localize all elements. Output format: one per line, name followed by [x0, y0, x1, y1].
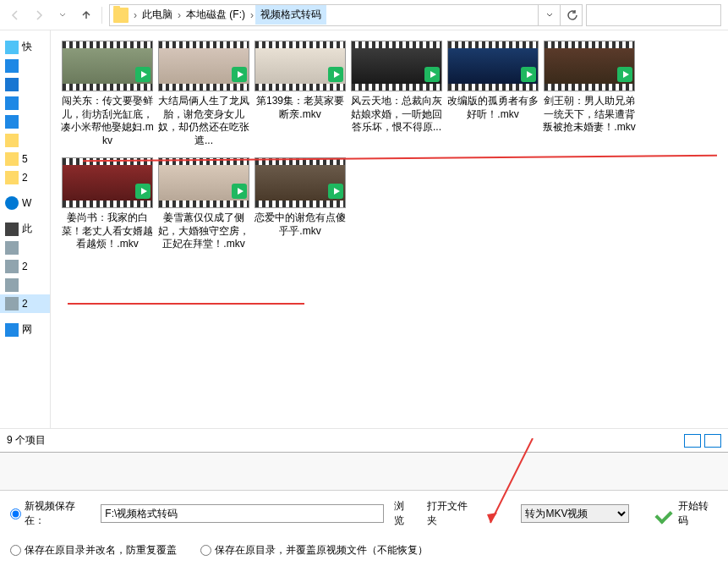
network-icon: [5, 323, 19, 337]
save-rename-radio[interactable]: 保存在原目录并改名，防重复覆盖: [10, 543, 177, 558]
play-icon: [424, 67, 440, 82]
sidebar-item[interactable]: 2: [0, 168, 50, 187]
video-thumbnail: [62, 41, 153, 91]
drive-icon: [5, 260, 19, 273]
sidebar-label: 2: [22, 261, 28, 272]
video-thumbnail: [255, 41, 346, 91]
file-item[interactable]: 风云天地：总裁向灰姑娘求婚，一听她回答乐坏，恨不得原...: [350, 41, 443, 147]
crumb-drive[interactable]: 本地磁盘 (F:): [183, 8, 249, 22]
browse-button[interactable]: 浏览: [391, 497, 418, 530]
save-location-radio[interactable]: 新视频保存在：: [10, 499, 94, 528]
view-details-button[interactable]: [684, 434, 701, 448]
desktop-icon: [5, 59, 19, 73]
sidebar-pc[interactable]: 此: [0, 219, 50, 239]
video-thumbnail: [158, 41, 249, 91]
breadcrumb: › 此电脑 › 本地磁盘 (F:) › 视频格式转码: [132, 5, 538, 25]
file-name: 姜尚书：我家的白菜！老丈人看女婿越看越烦！.mkv: [61, 212, 154, 251]
video-thumbnail: [447, 41, 539, 91]
sidebar-item[interactable]: [0, 75, 50, 94]
play-icon: [328, 67, 343, 82]
folder-icon: [5, 171, 19, 184]
file-item[interactable]: 恋爱中的谢危有点傻乎乎.mkv: [254, 157, 347, 251]
play-icon: [617, 67, 632, 82]
start-label: 开始转码: [678, 499, 718, 528]
view-icons-button[interactable]: [704, 434, 721, 448]
file-item[interactable]: 闯关东：传文要娶鲜儿，街坊刮光缸底，凑小米帮他娶媳妇.mkv: [61, 41, 154, 147]
sidebar-label: 5: [22, 153, 28, 165]
file-item[interactable]: 大结局俩人生了龙凤胎，谢危变身女儿奴，却仍然还在吃张遮...: [157, 41, 250, 147]
crumb-pc[interactable]: 此电脑: [139, 8, 176, 22]
recent-dropdown[interactable]: [52, 5, 73, 25]
format-select[interactable]: 转为MKV视频: [521, 504, 629, 523]
toolbar: › 此电脑 › 本地磁盘 (F:) › 视频格式转码: [0, 0, 728, 30]
video-thumbnail: [255, 157, 346, 208]
sidebar: 快 5 2 W 此 2 2 网: [0, 30, 51, 428]
sidebar-item[interactable]: [0, 239, 50, 257]
radio-label-text: 保存在原目录，并覆盖原视频文件（不能恢复）: [215, 543, 428, 558]
download-icon: [5, 78, 19, 91]
search-input[interactable]: [586, 4, 721, 26]
folder-icon: [5, 134, 19, 147]
start-convert-button[interactable]: 开始转码: [653, 499, 718, 528]
file-item[interactable]: 改编版的孤勇者有多好听！.mkv: [446, 41, 539, 147]
back-button[interactable]: [5, 5, 25, 25]
play-icon: [232, 184, 247, 199]
doc-icon: [5, 96, 19, 110]
radio-input[interactable]: [10, 508, 21, 519]
address-bar[interactable]: › 此电脑 › 本地磁盘 (F:) › 视频格式转码: [109, 4, 583, 26]
file-name: 大结局俩人生了龙凤胎，谢危变身女儿奴，却仍然还在吃张遮...: [157, 95, 250, 147]
video-thumbnail: [351, 41, 442, 91]
radio-label-text: 新视频保存在：: [25, 499, 94, 528]
path-input[interactable]: [101, 504, 384, 523]
file-name: 恋爱中的谢危有点傻乎乎.mkv: [254, 212, 347, 238]
sidebar-item[interactable]: [0, 113, 50, 131]
file-name: 姜雪蕙仅仅成了侧妃，大婚独守空房，正妃在拜堂！.mkv: [157, 212, 250, 251]
sidebar-label: 2: [22, 172, 28, 184]
sidebar-item[interactable]: 2: [0, 257, 50, 276]
sidebar-item[interactable]: [0, 276, 50, 294]
status-bar: 9 个项目: [0, 428, 728, 452]
file-view[interactable]: 闯关东：传文要娶鲜儿，街坊刮光缸底，凑小米帮他娶媳妇.mkv 大结局俩人生了龙凤…: [51, 30, 728, 428]
sidebar-wps[interactable]: W: [0, 194, 50, 212]
drive-icon: [5, 297, 19, 310]
picture-icon: [5, 115, 19, 129]
address-dropdown[interactable]: [538, 5, 560, 25]
radio-input[interactable]: [10, 545, 21, 556]
sidebar-net[interactable]: 网: [0, 320, 50, 339]
file-item[interactable]: 姜雪蕙仅仅成了侧妃，大婚独守空房，正妃在拜堂！.mkv: [157, 157, 250, 251]
refresh-button[interactable]: [560, 5, 582, 25]
radio-input[interactable]: [200, 545, 211, 556]
file-name: 闯关东：传文要娶鲜儿，街坊刮光缸底，凑小米帮他娶媳妇.mkv: [61, 95, 154, 147]
folder-icon: [113, 8, 129, 23]
forward-button[interactable]: [29, 5, 49, 25]
crumb-folder[interactable]: 视频格式转码: [255, 5, 326, 25]
chevron-right-icon: ›: [176, 9, 183, 21]
file-name: 风云天地：总裁向灰姑娘求婚，一听她回答乐坏，恨不得原...: [350, 95, 443, 135]
sidebar-item[interactable]: 5: [0, 150, 50, 168]
file-item[interactable]: 剑王朝：男人助兄弟一统天下，结果遭背叛被抢未婚妻！.mkv: [543, 41, 636, 147]
video-thumbnail: [544, 41, 635, 91]
sidebar-item[interactable]: [0, 94, 50, 113]
star-icon: [5, 41, 19, 54]
check-icon: [653, 503, 673, 524]
up-button[interactable]: [76, 5, 96, 25]
open-folder-button[interactable]: 打开文件夹: [424, 497, 480, 530]
pc-icon: [5, 223, 19, 236]
play-icon: [521, 67, 536, 82]
video-thumbnail: [158, 157, 249, 208]
play-icon: [135, 184, 151, 199]
save-overwrite-radio[interactable]: 保存在原目录，并覆盖原视频文件（不能恢复）: [200, 543, 428, 558]
sidebar-label: 此: [22, 222, 32, 236]
converter-panel: 新视频保存在： 浏览 打开文件夹 转为MKV视频 开始转码 保存在原目录并改名，…: [0, 452, 728, 566]
sidebar-item[interactable]: [0, 131, 50, 150]
play-icon: [232, 67, 247, 82]
file-item[interactable]: 第139集：老莫家要断亲.mkv: [254, 41, 347, 147]
radio-label-text: 保存在原目录并改名，防重复覆盖: [25, 543, 177, 558]
file-item[interactable]: 姜尚书：我家的白菜！老丈人看女婿越看越烦！.mkv: [61, 157, 154, 251]
sidebar-quick[interactable]: 快: [0, 37, 50, 57]
play-icon: [328, 184, 343, 199]
sidebar-label: 快: [22, 40, 32, 54]
video-thumbnail: [62, 157, 153, 208]
sidebar-item[interactable]: [0, 57, 50, 75]
sidebar-item[interactable]: 2: [0, 294, 50, 313]
